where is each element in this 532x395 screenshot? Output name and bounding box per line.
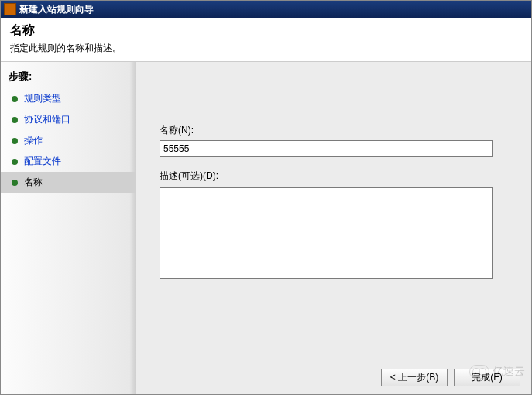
- bullet-icon: [12, 96, 18, 102]
- sidebar-item-rule-type[interactable]: 规则类型: [1, 88, 136, 109]
- wizard-window: 新建入站规则向导 名称 指定此规则的名称和描述。 步骤: 规则类型 协议和端口 …: [0, 0, 532, 395]
- page-subtitle: 指定此规则的名称和描述。: [10, 42, 522, 55]
- content-area: 步骤: 规则类型 协议和端口 操作 配置文件 名称: [1, 61, 531, 394]
- sidebar-item-label: 名称: [24, 176, 43, 189]
- name-field-group: 名称(N):: [160, 124, 516, 157]
- watermark-icon: [469, 365, 489, 379]
- steps-sidebar: 步骤: 规则类型 协议和端口 操作 配置文件 名称: [1, 62, 136, 394]
- name-label: 名称(N):: [160, 124, 516, 137]
- main-panel: 名称(N): 描述(可选)(D): < 上一步(B) 完成(F) 亿速云: [136, 62, 531, 394]
- desc-label: 描述(可选)(D):: [160, 170, 516, 183]
- window-title: 新建入站规则向导: [19, 3, 94, 16]
- bullet-icon: [12, 138, 18, 144]
- sidebar-item-label: 协议和端口: [24, 113, 70, 126]
- bullet-icon: [12, 117, 18, 123]
- desc-field-group: 描述(可选)(D):: [160, 170, 516, 281]
- titlebar: 新建入站规则向导: [1, 1, 531, 18]
- sidebar-item-label: 配置文件: [24, 155, 61, 168]
- sidebar-item-name[interactable]: 名称: [1, 172, 136, 193]
- page-title: 名称: [10, 22, 522, 39]
- page-header: 名称 指定此规则的名称和描述。: [1, 18, 531, 61]
- bullet-icon: [12, 180, 18, 186]
- sidebar-item-profile[interactable]: 配置文件: [1, 151, 136, 172]
- name-input[interactable]: [160, 140, 493, 157]
- watermark: 亿速云: [469, 365, 525, 379]
- back-button[interactable]: < 上一步(B): [381, 369, 448, 386]
- desc-textarea[interactable]: [160, 187, 493, 279]
- sidebar-item-label: 规则类型: [24, 92, 61, 105]
- sidebar-item-action[interactable]: 操作: [1, 130, 136, 151]
- firewall-icon: [4, 3, 16, 15]
- bullet-icon: [12, 159, 18, 165]
- sidebar-title: 步骤:: [1, 67, 136, 88]
- sidebar-item-label: 操作: [24, 134, 43, 147]
- sidebar-item-protocol-ports[interactable]: 协议和端口: [1, 109, 136, 130]
- watermark-text: 亿速云: [493, 365, 525, 379]
